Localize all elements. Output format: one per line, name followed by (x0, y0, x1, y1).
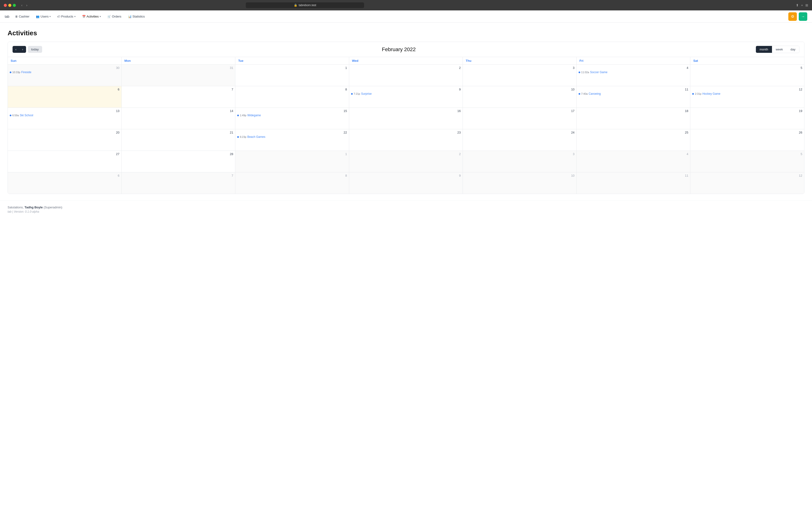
day-header-wed: Wed (349, 57, 463, 65)
calendar-cell[interactable]: 1 (235, 151, 349, 172)
cal-date-number: 11 (579, 174, 688, 177)
calendar-event[interactable]: 10:33pFireside (10, 71, 119, 74)
event-dot-icon (10, 115, 11, 116)
calendar-cell[interactable]: 4 (577, 151, 691, 172)
event-time: 7:40a (581, 92, 588, 95)
calendar-cell[interactable]: 23 (349, 129, 463, 151)
calendar-cell[interactable]: 122:31pHockey Game (690, 86, 804, 108)
calendar-cell[interactable]: 3 (463, 65, 577, 86)
nav-statistics-label: Statistics (133, 15, 145, 18)
nav-users[interactable]: 👥 Users ▾ (33, 13, 54, 20)
cal-date-number: 30 (10, 66, 119, 70)
calendar-cell[interactable]: 2 (349, 65, 463, 86)
calendar-cell[interactable]: 151:49pWidegame (235, 108, 349, 129)
browser-nav-controls: ‹ › (20, 3, 28, 8)
calendar-cell[interactable]: 8 (235, 172, 349, 194)
calendar-cell[interactable]: 21 (122, 129, 235, 151)
event-name: Beach Games (247, 135, 265, 139)
calendar-cell[interactable]: 27 (8, 151, 122, 172)
calendar-cell[interactable]: 18 (577, 108, 691, 129)
calendar-event[interactable]: 6:23pBeach Games (237, 135, 347, 139)
event-dot-icon (237, 115, 239, 116)
new-tab-button[interactable]: + (801, 3, 803, 7)
calendar-cell[interactable]: 25 (577, 129, 691, 151)
calendar-cell[interactable]: 3010:33pFireside (8, 65, 122, 86)
calendar-cell[interactable]: 20 (8, 129, 122, 151)
cal-date-number: 22 (237, 131, 347, 134)
calendar-cell[interactable]: 10 (463, 86, 577, 108)
event-dot-icon (237, 136, 239, 138)
calendar-cell[interactable]: 226:23pBeach Games (235, 129, 349, 151)
calendar-cell[interactable]: 24 (463, 129, 577, 151)
calendar-cell[interactable]: 411:02aSoccer Game (577, 65, 691, 86)
calendar-cell[interactable]: 1 (235, 65, 349, 86)
activities-chevron-icon: ▾ (100, 15, 101, 18)
nav-cashier[interactable]: 🖥 Cashier (12, 13, 32, 20)
calendar-cell[interactable]: 10 (463, 172, 577, 194)
calendar-event[interactable]: 7:40aCanoeing (579, 92, 688, 96)
calendar-cell[interactable]: 8 (235, 86, 349, 108)
calendar-view-day[interactable]: day (787, 46, 799, 53)
minimize-button[interactable] (8, 4, 11, 7)
calendar-event[interactable]: 6:59aSki School (10, 114, 119, 117)
calendar-cell[interactable]: 6 (8, 86, 122, 108)
calendar-event[interactable]: 2:31pHockey Game (692, 92, 802, 96)
nav-orders[interactable]: 🛒 Orders (105, 13, 124, 20)
settings-button[interactable]: ⚙ (788, 12, 797, 21)
event-time: 6:59a (12, 114, 19, 117)
calendar-cell[interactable]: 12 (690, 172, 804, 194)
calendar-cell[interactable]: 97:21pSurprise (349, 86, 463, 108)
calendar-cell[interactable]: 28 (122, 151, 235, 172)
cal-date-number: 11 (579, 88, 688, 91)
calendar-cell[interactable]: 11 (577, 172, 691, 194)
calendar-cell[interactable]: 16 (349, 108, 463, 129)
activities-icon: 📅 (82, 15, 86, 18)
calendar-cell[interactable]: 5 (690, 151, 804, 172)
calendar-today-button[interactable]: today (28, 46, 42, 53)
event-dot-icon (579, 72, 580, 73)
cal-date-number: 23 (351, 131, 461, 134)
calendar-view-month[interactable]: month (756, 46, 772, 53)
calendar-view-week[interactable]: week (772, 46, 787, 53)
calendar-prev-button[interactable]: ‹ (13, 46, 19, 53)
event-name: Soccer Game (590, 71, 607, 74)
nav-statistics[interactable]: 📊 Statistics (125, 13, 148, 20)
browser-forward-button[interactable]: › (25, 3, 29, 8)
calendar-event[interactable]: 7:21pSurprise (351, 92, 461, 96)
statistics-icon: 📊 (128, 15, 132, 18)
calendar-cell[interactable]: 2 (349, 151, 463, 172)
calendar-cell[interactable]: 136:59aSki School (8, 108, 122, 129)
calendar-cell[interactable]: 3 (463, 151, 577, 172)
greeting-prefix: Salutations, (8, 205, 25, 209)
calendar-event[interactable]: 11:02aSoccer Game (579, 71, 688, 74)
exit-button[interactable]: → (799, 12, 807, 21)
grid-button[interactable]: ⊞ (806, 3, 808, 7)
calendar-cell[interactable]: 26 (690, 129, 804, 151)
calendar-cell[interactable]: 7 (122, 172, 235, 194)
calendar-next-button[interactable]: › (19, 46, 26, 53)
day-header-sun: Sun (8, 57, 122, 65)
calendar-event[interactable]: 1:49pWidegame (237, 114, 347, 117)
calendar-cell[interactable]: 14 (122, 108, 235, 129)
share-button[interactable]: ⬆ (796, 3, 799, 7)
maximize-button[interactable] (13, 4, 16, 7)
nav-activities[interactable]: 📅 Activities ▾ (79, 13, 104, 20)
cal-date-number: 6 (10, 88, 119, 91)
calendar-cell[interactable]: 19 (690, 108, 804, 129)
browser-back-button[interactable]: ‹ (20, 3, 24, 8)
calendar-cell[interactable]: 31 (122, 65, 235, 86)
calendar-cell[interactable]: 17 (463, 108, 577, 129)
footer-version: tab | Version: 0.1.0-alpha (8, 210, 804, 213)
calendar-cell[interactable]: 117:40aCanoeing (577, 86, 691, 108)
url-bar[interactable]: 🔒 tabreborn.test (246, 2, 364, 8)
nav-products[interactable]: 🏷 Products ▾ (55, 13, 78, 20)
calendar-cell[interactable]: 9 (349, 172, 463, 194)
calendar-cell[interactable]: 7 (122, 86, 235, 108)
cal-date-number: 5 (692, 66, 802, 70)
close-button[interactable] (4, 4, 7, 7)
cal-date-number: 6 (10, 174, 119, 177)
calendar-cell[interactable]: 5 (690, 65, 804, 86)
products-icon: 🏷 (57, 15, 60, 18)
calendar-cell[interactable]: 6 (8, 172, 122, 194)
nav-right-actions: ⚙ → (788, 12, 807, 21)
